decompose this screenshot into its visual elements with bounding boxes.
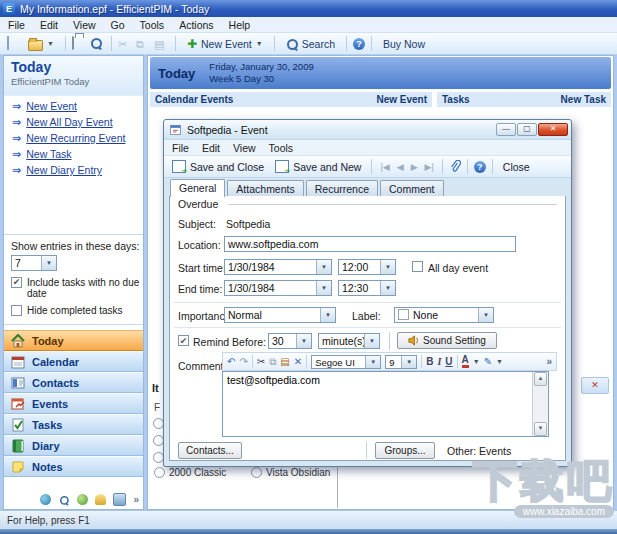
groups-button[interactable]: Groups... [375,442,435,459]
font-color-button[interactable]: A [462,355,469,368]
paste-icon[interactable]: ▤ [154,37,169,51]
sync-icon[interactable] [40,494,51,505]
tab-comment[interactable]: Comment [380,180,444,196]
menu-tools[interactable]: Tools [140,19,165,31]
close-button[interactable]: ✕ [538,123,568,136]
first-record-icon[interactable]: |◀ [378,162,391,172]
hide-completed-row[interactable]: Hide completed tasks [4,305,143,316]
include-tasks-row[interactable]: ✔ Include tasks with no due date [4,277,143,299]
panel-close-button[interactable]: ✕ [581,377,609,394]
label-select[interactable]: None▼ [394,307,494,323]
tab-recurrence[interactable]: Recurrence [306,180,378,196]
sidebar-item-today[interactable]: Today [4,330,143,351]
new-document-icon[interactable] [5,37,20,51]
menu-go[interactable]: Go [111,19,125,31]
sidebar-item-tasks[interactable]: Tasks [4,414,143,435]
next-record-icon[interactable]: ▶ [409,162,420,172]
dialog-menu-file[interactable]: File [172,142,189,154]
contacts-button[interactable]: Contacts... [178,442,242,459]
link-new-event[interactable]: ⇒New Event [4,98,143,114]
subject-value[interactable]: Softpedia [226,218,270,230]
start-time-select[interactable]: 12:00▼ [338,259,396,275]
radio-2000-classic[interactable] [154,467,165,478]
sidebar-item-calendar[interactable]: Calendar [4,351,143,372]
attachment-icon[interactable] [449,160,461,174]
save-and-close-button[interactable]: Save and Close [168,159,268,174]
tab-attachments[interactable]: Attachments [227,180,303,196]
all-day-checkbox[interactable] [412,261,423,272]
underline-button[interactable]: U [445,356,452,367]
help-icon[interactable]: ? [474,161,486,173]
font-size-select[interactable]: 9▼ [385,355,417,369]
location-input[interactable] [224,236,516,252]
help-icon[interactable]: ? [353,38,365,50]
scroll-down-icon[interactable]: ▼ [534,422,547,436]
table-icon[interactable] [113,493,126,506]
scroll-up-icon[interactable]: ▲ [534,372,547,386]
delete-icon[interactable]: ✕ [294,356,302,367]
last-record-icon[interactable]: ▶| [423,162,436,172]
remind-value-select[interactable]: 30▼ [268,333,312,349]
globe-icon[interactable] [77,494,88,505]
dialog-menu-view[interactable]: View [233,142,256,154]
sidebar-item-diary[interactable]: Diary [4,435,143,456]
new-event-link[interactable]: New Event [376,94,427,105]
undo-icon[interactable]: ↶ [227,356,235,367]
comment-scrollbar[interactable]: ▲ ▼ [532,372,548,436]
comment-textarea[interactable]: test@softpedia.com [223,372,533,436]
chevron-more-icon[interactable]: » [133,494,139,505]
copy-icon[interactable]: ⧉ [136,37,151,51]
search-icon[interactable] [60,495,70,505]
open-file-button[interactable]: ▼ [23,36,59,52]
italic-button[interactable]: I [437,356,441,367]
end-date-select[interactable]: 1/30/1984▼ [224,280,332,296]
cut-icon[interactable]: ✂ [257,356,265,367]
menu-actions[interactable]: Actions [179,19,213,31]
include-tasks-checkbox[interactable]: ✔ [11,277,22,288]
link-new-task[interactable]: ⇒New Task [4,146,143,162]
print-preview-icon[interactable] [90,37,105,51]
maximize-button[interactable]: ▢ [517,123,537,136]
remind-unit-select[interactable]: minute(s)▼ [318,333,380,349]
radio-vista-obsidian[interactable] [251,467,262,478]
search-button[interactable]: Search [281,36,340,51]
minimize-button[interactable]: — [496,123,516,136]
start-date-select[interactable]: 1/30/1984▼ [224,259,332,275]
highlight-dropdown-icon[interactable]: ▼ [496,358,503,365]
print-icon[interactable] [72,37,87,51]
key-icon[interactable] [95,494,106,505]
link-new-all-day-event[interactable]: ⇒New All Day Event [4,114,143,130]
sidebar-item-events[interactable]: Events [4,393,143,414]
link-new-diary-entry[interactable]: ⇒New Diary Entry [4,162,143,178]
font-color-dropdown-icon[interactable]: ▼ [473,358,480,365]
font-name-select[interactable]: Segoe UI▼ [311,355,381,369]
remind-checkbox[interactable]: ✔ [178,335,189,346]
end-time-select[interactable]: 12:30▼ [338,280,396,296]
highlight-pen-icon[interactable]: ✎ [484,356,492,367]
hide-completed-checkbox[interactable] [11,305,22,316]
dialog-close-button[interactable]: Close [499,160,534,174]
menu-edit[interactable]: Edit [40,19,58,31]
sidebar-item-notes[interactable]: Notes [4,456,143,477]
dialog-menu-edit[interactable]: Edit [202,142,220,154]
toolbar-overflow-icon[interactable]: » [546,356,552,367]
menu-file[interactable]: File [8,19,25,31]
sound-setting-button[interactable]: Sound Setting [397,332,497,349]
save-and-new-button[interactable]: Save and New [271,159,365,174]
buy-now-button[interactable]: Buy Now [378,37,430,51]
importance-select[interactable]: Normal▼ [224,307,336,323]
menu-help[interactable]: Help [229,19,251,31]
new-task-link[interactable]: New Task [561,94,606,105]
link-new-recurring-event[interactable]: ⇒New Recurring Event [4,130,143,146]
copy-icon[interactable]: ⧉ [269,356,276,368]
sidebar-item-contacts[interactable]: Contacts [4,372,143,393]
menu-view[interactable]: View [73,19,96,31]
redo-icon[interactable]: ↷ [239,356,247,367]
new-event-button[interactable]: ✚ New Event ▼ [182,36,268,52]
previous-record-icon[interactable]: ◀ [395,162,406,172]
paste-icon[interactable]: ▤ [280,356,289,367]
tab-general[interactable]: General [170,179,225,197]
cut-icon[interactable]: ✂ [118,37,133,51]
days-select[interactable]: 7 ▼ [11,255,57,271]
bold-button[interactable]: B [426,356,433,367]
